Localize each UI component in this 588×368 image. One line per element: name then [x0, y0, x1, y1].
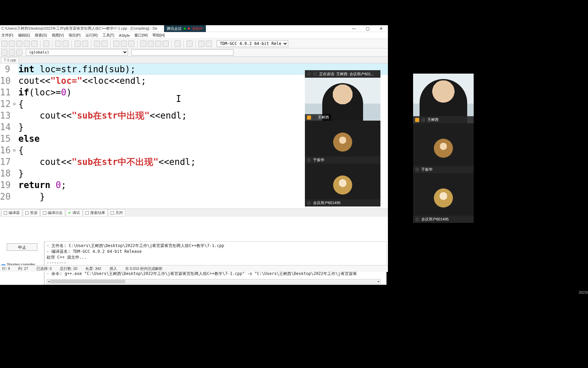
save-as-icon[interactable] — [31, 41, 37, 47]
scroll-thumb[interactable] — [50, 280, 125, 283]
participant-avatar-tile[interactable]: 于振华 — [413, 123, 474, 173]
new-file-icon[interactable] — [1, 41, 7, 47]
fold-column[interactable]: ⊟ ⊟ — [12, 63, 16, 209]
square-icon — [25, 211, 29, 215]
compiler-output[interactable]: - 文件名: C:\Users\王树西\Desktop\2022年工作\j蒋宜霖… — [44, 241, 387, 285]
tab-search-results[interactable]: 搜索结果 — [83, 209, 108, 216]
text-cursor-icon: I — [176, 94, 176, 102]
toolbar: TDM-GCC 4.9.2 64-bit Release — [0, 39, 388, 48]
participant-avatar-tile[interactable]: 于振华 — [305, 121, 380, 164]
speaker-icon[interactable] — [313, 72, 317, 76]
record-dot-icon — [188, 28, 190, 30]
shield-icon[interactable] — [128, 41, 134, 47]
file-tab-active[interactable]: 7-1.cpp — [1, 57, 19, 62]
status-selection: 已选择: 0 — [36, 266, 52, 271]
host-badge-icon — [307, 116, 311, 120]
compile-icon[interactable] — [140, 41, 146, 47]
find-icon[interactable] — [75, 41, 81, 47]
status-parse-time: 在 0.015 秒内完成解析 — [125, 266, 163, 271]
mic-icon[interactable] — [307, 72, 311, 76]
bookmark-toggle-icon[interactable] — [16, 49, 22, 56]
avatar-icon — [434, 139, 453, 158]
menu-help[interactable]: 帮助[H] — [152, 33, 165, 38]
tab-debug[interactable]: ✔调试 — [66, 209, 82, 216]
mic-icon — [312, 116, 316, 120]
abort-button[interactable]: 中止 — [7, 243, 37, 251]
redo-icon[interactable] — [63, 41, 69, 47]
maximize-button[interactable]: ▢ — [361, 25, 374, 32]
menu-search[interactable]: 搜索[S] — [35, 33, 47, 38]
separator-icon — [40, 40, 40, 47]
separator-icon — [195, 40, 196, 47]
status-col: 列: 27 — [18, 266, 28, 271]
tab-compiler[interactable]: 编译器 — [1, 209, 22, 216]
profile-icon[interactable] — [206, 41, 212, 47]
separator-icon — [110, 40, 111, 47]
menu-window[interactable]: 窗口[W] — [134, 33, 148, 38]
toggle-view2-icon[interactable] — [101, 41, 108, 47]
record-label: 录制中 — [192, 26, 203, 31]
menu-edit[interactable]: 编辑[E] — [18, 33, 30, 38]
separator-icon — [52, 40, 52, 47]
output-line: -------- — [47, 260, 384, 265]
timestamp-overlay: 2023/ — [578, 290, 588, 294]
status-line: 行: 9 — [2, 266, 10, 271]
menu-astyle[interactable]: AStyle — [119, 33, 130, 37]
undo-icon[interactable] — [55, 41, 61, 47]
save-all-icon[interactable] — [24, 41, 30, 47]
square-icon — [111, 211, 114, 215]
close-button[interactable]: ✕ — [374, 25, 388, 32]
bookmark-prev-icon[interactable] — [1, 49, 7, 56]
replace-icon[interactable] — [82, 41, 88, 47]
speaking-indicator: 正在讲话: 王树西: 会议用户601... — [305, 70, 380, 78]
bookmark-next-icon[interactable] — [9, 49, 15, 56]
participant-video-tile[interactable]: 王树西 — [305, 78, 380, 121]
menu-file[interactable]: 文件[F] — [1, 33, 13, 38]
mic-icon — [307, 158, 311, 162]
participant-avatar-tile[interactable]: 会议用户601495 — [305, 164, 380, 206]
menu-tools[interactable]: 工具[T] — [102, 33, 114, 38]
avatar-icon — [333, 175, 352, 195]
debug-icon[interactable] — [198, 41, 205, 47]
line-number-gutter: 91011121314 151617181920 — [0, 63, 12, 209]
print-icon[interactable] — [43, 41, 49, 47]
square-icon — [4, 211, 7, 215]
horizontal-scrollbar[interactable]: ◄ ► — [47, 279, 381, 284]
participant-video-tile[interactable]: 王树西 — [413, 74, 474, 123]
toggle-view1-icon[interactable] — [94, 41, 100, 47]
tab-resources[interactable]: 资源 — [23, 209, 40, 216]
nav-back-icon[interactable] — [113, 41, 119, 47]
menu-run[interactable]: 运行[R] — [85, 33, 98, 38]
meeting-overlay-panel: 正在讲话: 王树西: 会议用户601... 王树西 于振华 会议用户601495 — [305, 70, 380, 206]
compile-side-panel: 中止 Shorten compiler paths — [0, 241, 44, 285]
compiler-select[interactable]: TDM-GCC 4.9.2 64-bit Release — [217, 40, 288, 47]
output-line: - 编译器名: TDM-GCC 4.9.2 64-bit Release — [47, 249, 384, 255]
square-icon — [85, 211, 89, 215]
mic-icon — [421, 118, 425, 122]
menu-view[interactable]: 视图[V] — [52, 33, 64, 38]
compile-run-icon[interactable] — [155, 41, 161, 47]
menu-project[interactable]: 项目[P] — [68, 33, 80, 38]
tab-close[interactable]: 关闭 — [108, 209, 125, 216]
rebuild-icon[interactable] — [163, 41, 169, 47]
external-participants-panel: 王树西 于振华 会议用户601495 — [413, 74, 474, 223]
separator-icon — [137, 40, 137, 47]
meeting-titlebar-pill: 腾讯会议 录制中 — [164, 25, 206, 32]
scroll-right-icon[interactable]: ► — [376, 279, 381, 283]
status-dot-green-icon — [184, 28, 186, 30]
open-file-icon[interactable] — [9, 41, 15, 47]
check-icon[interactable] — [175, 41, 181, 47]
save-icon[interactable] — [16, 41, 22, 47]
globals-select[interactable]: (globals) — [26, 49, 128, 56]
run-icon[interactable] — [148, 41, 154, 47]
minimize-button[interactable]: — — [347, 25, 361, 32]
tab-compile-log[interactable]: 编译日志 — [40, 209, 65, 216]
check-icon: ✔ — [68, 211, 71, 215]
function-select[interactable] — [131, 49, 233, 56]
nav-forward-icon[interactable] — [121, 41, 127, 47]
square-icon — [43, 211, 46, 215]
toolbar-second-row: (globals) — [0, 48, 388, 57]
stop-icon[interactable] — [186, 41, 193, 47]
participant-avatar-tile[interactable]: 会议用户601495 — [413, 173, 474, 223]
participant-name-badge: 会议用户601495 — [305, 199, 380, 206]
